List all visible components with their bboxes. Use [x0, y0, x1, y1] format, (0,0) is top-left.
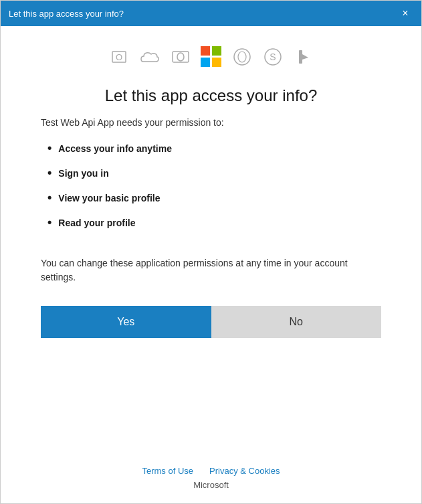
page-title: Let this app access your info?	[105, 86, 318, 105]
terms-of-use-link[interactable]: Terms of Use	[142, 466, 193, 476]
note-text: You can change these application permiss…	[41, 256, 381, 284]
office-icon: O	[108, 46, 130, 68]
service-icons-row: O	[108, 46, 314, 68]
no-button[interactable]: No	[211, 306, 382, 338]
microsoft-logo-icon	[201, 46, 222, 68]
privacy-cookies-link[interactable]: Privacy & Cookies	[209, 466, 280, 476]
svg-point-5	[238, 52, 246, 62]
title-bar: Let this app access your info? ×	[1, 1, 421, 26]
yes-button[interactable]: Yes	[41, 306, 211, 338]
svg-point-3	[177, 53, 184, 61]
permission-item-2: Sign you in	[47, 166, 381, 180]
svg-text:S: S	[270, 52, 276, 62]
xbox-icon	[231, 46, 253, 68]
bing-icon	[293, 46, 314, 68]
brand-label: Microsoft	[193, 480, 229, 490]
subtitle-text: Test Web Api App needs your permission t…	[41, 117, 381, 128]
dialog-window: Let this app access your info? × O	[0, 0, 422, 504]
permission-item-4: Read your profile	[47, 216, 381, 230]
close-button[interactable]: ×	[397, 5, 413, 21]
permission-item-3: View your basic profile	[47, 191, 381, 205]
main-content: O	[1, 26, 421, 503]
svg-rect-8	[299, 50, 302, 64]
skype-icon: S	[262, 46, 284, 68]
footer-links: Terms of Use Privacy & Cookies	[142, 466, 280, 476]
title-bar-text: Let this app access your info?	[9, 9, 124, 19]
footer: Terms of Use Privacy & Cookies Microsoft	[142, 466, 280, 490]
svg-text:O: O	[115, 52, 122, 62]
action-buttons: Yes No	[41, 306, 381, 338]
onedrive-icon	[139, 46, 161, 68]
permission-item-1: Access your info anytime	[47, 141, 381, 155]
outlook-icon	[170, 46, 191, 68]
permissions-list: Access your info anytime Sign you in Vie…	[41, 141, 381, 240]
